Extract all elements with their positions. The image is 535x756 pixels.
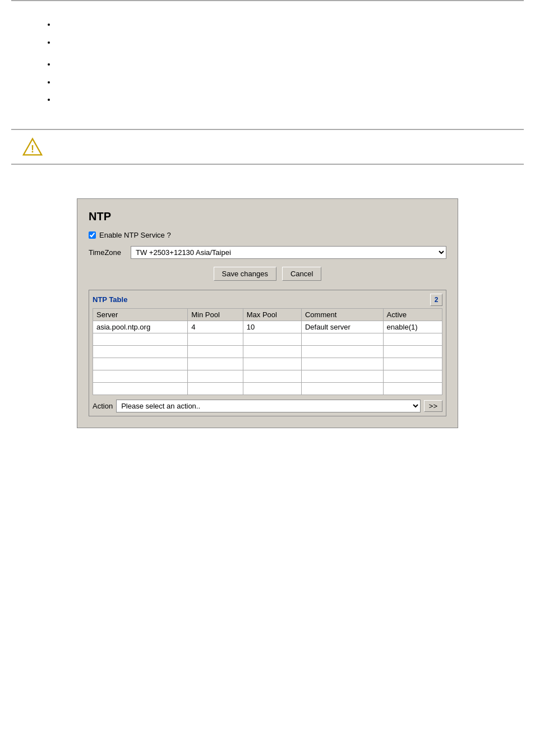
col-comment: Comment (301, 308, 383, 321)
cancel-button[interactable]: Cancel (282, 267, 321, 281)
ntp-timezone-row: TimeZone TW +2503+12130 Asia/Taipei (89, 246, 446, 259)
ntp-buttons-row: Save changes Cancel (89, 267, 446, 281)
ntp-enable-checkbox[interactable] (89, 231, 96, 239)
ntp-action-go-button[interactable]: >> (424, 400, 442, 412)
bullet-item-3 (56, 59, 513, 70)
cell-min-pool: 4 (188, 321, 243, 333)
cell-active: enable(1) (383, 321, 442, 333)
cell-comment: Default server (301, 321, 383, 333)
bullet-item-2 (56, 37, 513, 48)
col-max-pool: Max Pool (243, 308, 301, 321)
ntp-table-header-row: NTP Table 2 (93, 294, 442, 306)
bullet-group-1 (45, 19, 513, 48)
empty-row-1 (93, 333, 442, 345)
ntp-panel: NTP Enable NTP Service ? TimeZone TW +25… (77, 198, 458, 428)
empty-row-4 (93, 370, 442, 382)
warning-section: ! (11, 129, 524, 165)
ntp-timezone-label: TimeZone (89, 248, 125, 257)
ntp-enable-label: Enable NTP Service ? (99, 231, 171, 239)
ntp-table-section: NTP Table 2 Server Min Pool Max Pool Com… (89, 290, 446, 416)
ntp-title: NTP (89, 210, 446, 223)
empty-row-3 (93, 358, 442, 370)
warning-icon: ! (22, 137, 43, 157)
ntp-enable-row: Enable NTP Service ? (89, 231, 446, 239)
ntp-action-select[interactable]: Please select an action.. (116, 400, 421, 412)
bullet-group-2 (45, 59, 513, 105)
table-row: asia.pool.ntp.org 4 10 Default server en… (93, 321, 442, 333)
content-area (0, 1, 535, 123)
ntp-table: Server Min Pool Max Pool Comment Active … (93, 308, 442, 395)
cell-server: asia.pool.ntp.org (93, 321, 188, 333)
save-changes-button[interactable]: Save changes (214, 267, 276, 281)
bullet-item-1 (56, 19, 513, 30)
ntp-action-label: Action (93, 402, 113, 410)
empty-row-5 (93, 382, 442, 395)
ntp-table-icon-button[interactable]: 2 (430, 294, 442, 306)
empty-row-2 (93, 345, 442, 358)
ntp-table-label: NTP Table (93, 295, 127, 304)
col-active: Active (383, 308, 442, 321)
cell-max-pool: 10 (243, 321, 301, 333)
ntp-action-row: Action Please select an action.. >> (93, 400, 442, 412)
col-min-pool: Min Pool (188, 308, 243, 321)
svg-text:!: ! (31, 143, 34, 154)
col-server: Server (93, 308, 188, 321)
ntp-timezone-select[interactable]: TW +2503+12130 Asia/Taipei (131, 246, 446, 259)
bullet-item-4 (56, 77, 513, 88)
bullet-item-5 (56, 94, 513, 105)
